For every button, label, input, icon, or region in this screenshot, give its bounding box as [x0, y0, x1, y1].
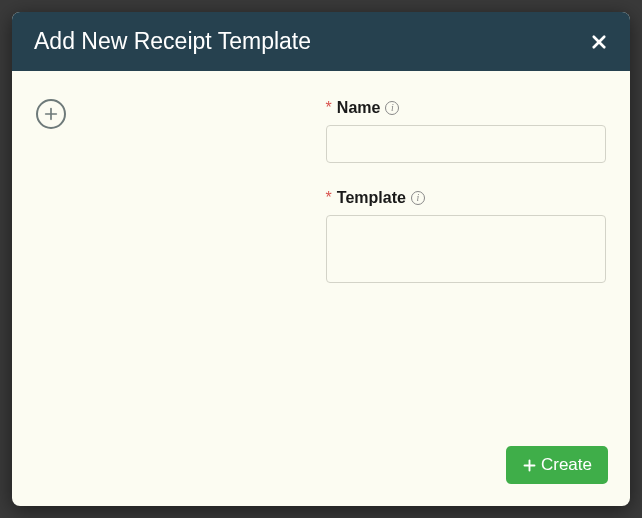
template-form-group: * Template i	[326, 189, 606, 287]
name-form-group: * Name i	[326, 99, 606, 163]
info-icon[interactable]: i	[385, 101, 399, 115]
plus-icon	[522, 458, 537, 473]
plus-icon	[43, 106, 59, 122]
template-label: Template	[337, 189, 406, 207]
template-label-row: * Template i	[326, 189, 606, 207]
name-label-row: * Name i	[326, 99, 606, 117]
add-item-button[interactable]	[36, 99, 66, 129]
modal-header: Add New Receipt Template	[12, 12, 630, 71]
modal-body: * Name i * Template i	[12, 71, 630, 432]
close-button[interactable]	[590, 33, 608, 51]
name-label: Name	[337, 99, 381, 117]
create-button-label: Create	[541, 455, 592, 475]
right-column: * Name i * Template i	[326, 99, 606, 416]
left-column	[36, 99, 310, 416]
template-input[interactable]	[326, 215, 606, 283]
close-icon	[590, 33, 608, 51]
required-marker: *	[326, 189, 332, 207]
required-marker: *	[326, 99, 332, 117]
name-input[interactable]	[326, 125, 606, 163]
info-icon[interactable]: i	[411, 191, 425, 205]
create-button[interactable]: Create	[506, 446, 608, 484]
add-receipt-template-modal: Add New Receipt Template * Name i	[12, 12, 630, 506]
modal-title: Add New Receipt Template	[34, 28, 311, 55]
modal-footer: Create	[12, 432, 630, 506]
